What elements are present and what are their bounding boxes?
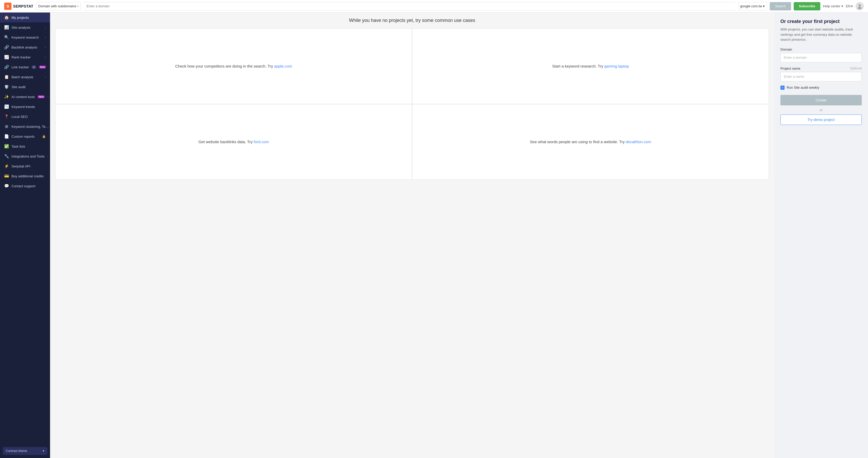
sidebar-item-local-seo[interactable]: 📍 Local SEO	[0, 112, 50, 121]
logo[interactable]: S SERPSTAT	[4, 3, 33, 10]
domain-search-input[interactable]	[84, 2, 735, 10]
contrast-theme-label: Contrast theme	[6, 449, 27, 453]
sidebar-item-custom-reports[interactable]: 📄 Custom reports 🔒	[0, 132, 50, 141]
sidebar-item-batch-analysis[interactable]: 📋 Batch analysis ›	[0, 72, 50, 82]
use-case-text: Get website backlinks data. Try ford.com	[198, 139, 269, 145]
try-label: Try	[619, 140, 626, 144]
home-icon: 🏠	[4, 15, 9, 20]
sidebar-item-link-tracker[interactable]: 🔗 Link tracker 0 New	[0, 62, 50, 72]
use-cases-title: While you have no projects yet, try some…	[55, 18, 769, 23]
sidebar-item-label: Rank tracker	[11, 55, 42, 59]
sidebar-item-keyword-trends[interactable]: 📉 Keyword trends	[0, 102, 50, 112]
tool-icon: 🔧	[4, 154, 9, 159]
sidebar-item-label: Keyword clustering, Te…	[11, 125, 49, 128]
chat-icon: 💬	[4, 183, 9, 188]
run-audit-label: Run Site audit weekly	[787, 86, 819, 89]
domain-selector-label: Domain with subdomains	[38, 4, 76, 8]
sidebar-item-site-analysis[interactable]: 📊 Site analysis ›	[0, 23, 50, 32]
create-project-panel: Or create your first project With projec…	[774, 12, 868, 458]
sidebar-item-task-lists[interactable]: ✅ Task lists	[0, 141, 50, 151]
use-case-link[interactable]: apple.com	[274, 64, 292, 68]
sidebar-item-label: Site analysis	[11, 26, 42, 29]
try-label: Try	[268, 64, 274, 68]
trending-icon: 📈	[4, 55, 9, 59]
try-label: Try	[247, 140, 254, 144]
sidebar-item-label: Custom reports	[11, 135, 39, 139]
create-project-button[interactable]: Create	[780, 95, 862, 105]
sidebar-item-keyword-clustering[interactable]: ⊞ Keyword clustering, Te… 🔒	[0, 121, 50, 132]
use-case-card-keyword-research[interactable]: Start a keyword research. Try gaming lap…	[412, 29, 769, 104]
sidebar-item-keyword-research[interactable]: 🔍 Keyword research ›	[0, 32, 50, 42]
project-name-input[interactable]	[780, 72, 862, 81]
sidebar-item-ai-content-tools[interactable]: ✨ AI content tools New ›	[0, 92, 50, 102]
pin-icon: 📍	[4, 114, 9, 119]
sidebar-item-my-projects[interactable]: 🏠 My projects	[0, 12, 50, 23]
use-case-text: See what words people are using to find …	[530, 139, 651, 145]
sidebar-item-label: Local SEO	[11, 115, 46, 119]
badge-count: 0	[32, 65, 36, 69]
run-audit-row: Run Site audit weekly	[780, 86, 862, 90]
project-name-row: Project name Optional	[780, 66, 862, 70]
svg-point-1	[858, 7, 862, 9]
help-center-link[interactable]: Help center ▾	[823, 4, 843, 8]
chevron-down-icon: ▾	[77, 5, 79, 7]
region-label: google.com.tw	[740, 4, 762, 8]
main-layout: 🏠 My projects 📊 Site analysis › 🔍 Keywor…	[0, 12, 868, 458]
logo-icon: S	[4, 3, 11, 10]
use-cases-grid: Check how your competitors are doing in …	[55, 28, 769, 180]
run-audit-checkbox[interactable]	[780, 86, 784, 90]
use-case-link[interactable]: ford.com	[254, 140, 269, 144]
sidebar: 🏠 My projects 📊 Site analysis › 🔍 Keywor…	[0, 12, 50, 458]
use-case-text: Start a keyword research. Try gaming lap…	[552, 63, 629, 69]
trends-icon: 📉	[4, 104, 9, 109]
or-divider: or	[780, 108, 862, 112]
sidebar-item-site-audit[interactable]: 🛡️ Site audit	[0, 82, 50, 92]
sidebar-item-backlink-analysis[interactable]: 🔗 Backlink analysis ›	[0, 42, 50, 52]
sidebar-item-serpstat-api[interactable]: ⚡ Serpstat API	[0, 161, 50, 171]
chevron-down-icon: ▾	[851, 4, 853, 8]
sidebar-item-label: Link tracker	[11, 65, 29, 69]
sidebar-item-label: Site audit	[11, 85, 46, 89]
domain-selector-dropdown[interactable]: Domain with subdomains ▾	[36, 2, 81, 10]
report-icon: 📄	[4, 134, 9, 139]
lock-icon: 🔒	[42, 135, 46, 138]
sidebar-item-integrations[interactable]: 🔧 Integrations and Tools ›	[0, 151, 50, 161]
sidebar-item-contact-support[interactable]: 💬 Contact support	[0, 181, 50, 191]
optional-label: Optional	[850, 66, 862, 70]
sidebar-item-label: Buy additional credits	[11, 174, 46, 178]
main-content: While you have no projects yet, try some…	[50, 12, 868, 458]
chevron-right-icon: ›	[45, 76, 46, 79]
project-domain-input[interactable]	[780, 53, 862, 62]
language-selector[interactable]: EN ▾	[846, 4, 853, 8]
chart-icon: 📊	[4, 25, 9, 30]
use-case-link[interactable]: decathlon.com	[626, 140, 651, 144]
contrast-theme-button[interactable]: Contrast theme ▾	[3, 447, 48, 455]
project-name-label: Project name	[780, 66, 801, 70]
search-button[interactable]: Search	[770, 2, 791, 10]
sidebar-item-label: Task lists	[11, 144, 46, 148]
chevron-right-icon: ›	[45, 26, 46, 29]
use-case-card-competitors[interactable]: Check how your competitors are doing in …	[56, 29, 412, 104]
chevron-right-icon: ›	[47, 155, 48, 158]
sidebar-item-label: Serpstat API	[11, 164, 46, 168]
sidebar-item-label: Backlink analysis	[11, 46, 42, 49]
api-icon: ⚡	[4, 164, 9, 169]
try-demo-project-button[interactable]: Try demo project	[780, 115, 862, 125]
subscribe-button[interactable]: Subscribe	[794, 2, 820, 10]
topnav: S SERPSTAT Domain with subdomains ▾ goog…	[0, 0, 868, 12]
chevron-down-icon: ▾	[763, 4, 765, 8]
use-case-link[interactable]: gaming laptop	[604, 64, 629, 68]
link-icon: 🔗	[4, 45, 9, 50]
region-selector[interactable]: google.com.tw ▾	[738, 2, 767, 10]
panel-description: With projects, you can start website aud…	[780, 27, 862, 42]
use-case-text-before: Get website backlinks data.	[198, 140, 246, 144]
link-icon: 🔗	[4, 65, 9, 69]
sidebar-item-buy-credits[interactable]: 💳 Buy additional credits	[0, 171, 50, 181]
user-avatar[interactable]	[856, 2, 864, 10]
lang-label: EN	[846, 4, 850, 8]
help-center-label: Help center	[823, 4, 840, 8]
use-case-card-backlinks[interactable]: Get website backlinks data. Try ford.com	[56, 104, 412, 179]
sidebar-item-rank-tracker[interactable]: 📈 Rank tracker ›	[0, 52, 50, 62]
sidebar-item-label: My projects	[11, 16, 46, 20]
use-case-card-people-search[interactable]: See what words people are using to find …	[412, 104, 769, 179]
